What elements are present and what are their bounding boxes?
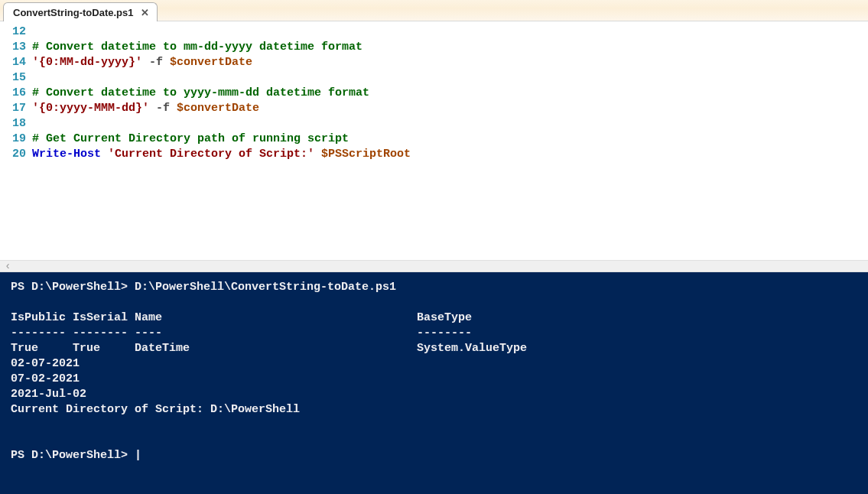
line-number: 15: [12, 70, 26, 86]
code-line: [32, 24, 411, 40]
line-number: 14: [12, 55, 26, 70]
horizontal-scrollbar[interactable]: [0, 260, 868, 272]
code-line: Write-Host 'Current Directory of Script:…: [32, 147, 411, 162]
code-line: # Convert datetime to mm-dd-yyyy datetim…: [32, 40, 411, 55]
line-number: 18: [12, 116, 26, 132]
code-line: # Get Current Directory path of running …: [32, 132, 411, 147]
terminal-pane[interactable]: PS D:\PowerShell> D:\PowerShell\ConvertS…: [0, 272, 868, 494]
line-number: 20: [12, 147, 26, 162]
line-number: 17: [12, 101, 26, 116]
code-line: '{0:yyyy-MMM-dd}' -f $convertDate: [32, 101, 411, 116]
code-line: [32, 116, 411, 132]
code-line: # Convert datetime to yyyy-mmm-dd dateti…: [32, 86, 411, 101]
code-editor[interactable]: 121314151617181920 # Convert datetime to…: [0, 21, 868, 260]
line-number: 12: [12, 24, 26, 40]
code-line: [32, 70, 411, 86]
line-number: 16: [12, 86, 26, 101]
line-number-gutter: 121314151617181920: [0, 21, 32, 260]
code-area[interactable]: # Convert datetime to mm-dd-yyyy datetim…: [32, 21, 411, 260]
code-line: '{0:MM-dd-yyyy}' -f $convertDate: [32, 55, 411, 70]
line-number: 19: [12, 132, 26, 147]
line-number: 13: [12, 40, 26, 55]
file-tab[interactable]: ConvertString-toDate.ps1 ✕: [3, 2, 158, 21]
tab-bar: ConvertString-toDate.ps1 ✕: [0, 0, 868, 21]
file-tab-title: ConvertString-toDate.ps1: [13, 7, 133, 18]
close-icon[interactable]: ✕: [141, 7, 149, 18]
